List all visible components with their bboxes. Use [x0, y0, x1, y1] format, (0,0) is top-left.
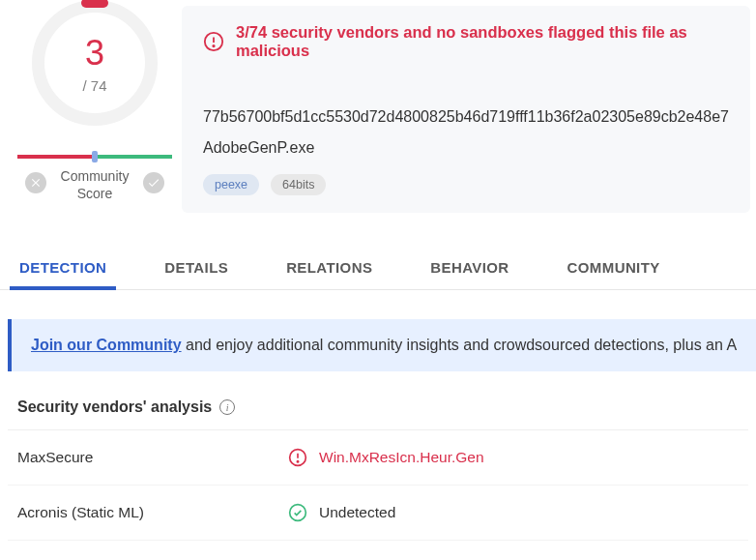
file-name: AdobeGenP.exe — [203, 139, 729, 157]
community-score-label: Community Score — [61, 168, 130, 202]
community-banner: Join our Community and enjoy additional … — [8, 319, 756, 371]
info-icon[interactable]: i — [219, 399, 235, 415]
alert-text: 3/74 security vendors and no sandboxes f… — [236, 23, 729, 60]
file-tags: peexe 64bits — [203, 174, 729, 195]
svg-point-2 — [213, 45, 214, 46]
tab-bar: DETECTION DETAILS RELATIONS BEHAVIOR COM… — [0, 248, 756, 290]
tab-behavior[interactable]: BEHAVIOR — [421, 248, 518, 289]
tab-community[interactable]: COMMUNITY — [558, 248, 670, 289]
svg-point-6 — [290, 505, 306, 521]
vendor-name: MaxSecure — [17, 449, 288, 466]
vendors-analysis-section: Security vendors' analysis i MaxSecure W… — [0, 398, 756, 541]
file-hash[interactable]: 77b56700bf5d1cc5530d72d4800825b46d719fff… — [203, 108, 729, 126]
vote-positive-icon[interactable] — [143, 172, 164, 193]
alert-icon — [203, 31, 224, 52]
vendor-result: Undetected — [288, 503, 395, 522]
community-score-thumb — [92, 151, 98, 162]
malicious-icon — [288, 448, 307, 467]
vendors-analysis-title: Security vendors' analysis — [17, 398, 212, 416]
detection-score-ring: 3 / 74 — [32, 0, 158, 126]
tab-detection[interactable]: DETECTION — [10, 248, 116, 289]
vendor-name: Acronis (Static ML) — [17, 504, 288, 521]
vote-negative-icon[interactable] — [25, 172, 46, 193]
svg-point-5 — [297, 461, 298, 462]
score-panel: 3 / 74 Community Score — [8, 0, 182, 213]
banner-text: and enjoy additional community insights … — [182, 337, 738, 353]
tab-details[interactable]: DETAILS — [155, 248, 238, 289]
community-score-bar — [17, 155, 172, 159]
vendor-result-text: Win.MxResIcn.Heur.Gen — [319, 449, 484, 466]
join-community-link[interactable]: Join our Community — [31, 337, 182, 353]
vendor-row: MaxSecure Win.MxResIcn.Heur.Gen — [8, 430, 748, 486]
vendors-analysis-header: Security vendors' analysis i — [8, 398, 748, 430]
tab-relations[interactable]: RELATIONS — [276, 248, 382, 289]
tag-peexe[interactable]: peexe — [203, 174, 259, 195]
score-arc — [81, 0, 108, 8]
vendor-result: Win.MxResIcn.Heur.Gen — [288, 448, 484, 467]
score-denominator: / 74 — [82, 77, 106, 94]
file-info-panel: 3/74 security vendors and no sandboxes f… — [182, 6, 750, 213]
vendor-row: Acronis (Static ML) Undetected — [8, 486, 748, 541]
score-value: 3 — [85, 33, 104, 74]
vendor-result-text: Undetected — [319, 504, 395, 521]
tag-64bits[interactable]: 64bits — [271, 174, 326, 195]
malicious-alert: 3/74 security vendors and no sandboxes f… — [203, 23, 729, 60]
undetected-icon — [288, 503, 307, 522]
